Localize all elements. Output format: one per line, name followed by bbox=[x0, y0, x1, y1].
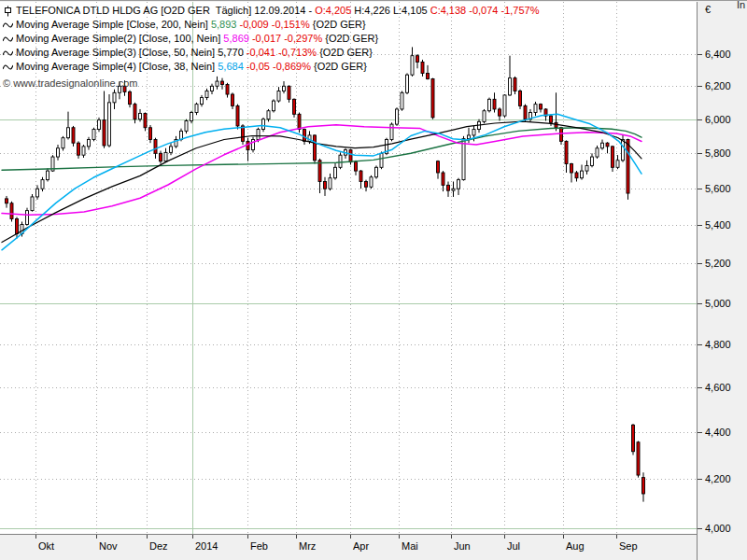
candle[interactable] bbox=[201, 95, 204, 106]
candle[interactable] bbox=[437, 161, 440, 179]
candle[interactable] bbox=[386, 138, 388, 155]
candle[interactable] bbox=[447, 182, 450, 197]
candle[interactable] bbox=[113, 90, 116, 109]
candle[interactable] bbox=[72, 126, 75, 147]
candle[interactable] bbox=[406, 73, 409, 94]
candle[interactable] bbox=[488, 98, 491, 113]
candle[interactable] bbox=[375, 165, 378, 178]
candle[interactable] bbox=[591, 153, 594, 167]
candle[interactable] bbox=[355, 161, 358, 175]
candle[interactable] bbox=[612, 146, 614, 172]
legend-row-ma100[interactable]: Moving Average Simple(2) [Close, 100, Ne… bbox=[3, 32, 540, 46]
candle[interactable] bbox=[26, 208, 29, 226]
candle[interactable] bbox=[359, 170, 362, 189]
candle[interactable] bbox=[585, 161, 588, 175]
candle[interactable] bbox=[560, 127, 563, 145]
candle[interactable] bbox=[632, 424, 635, 455]
candle[interactable] bbox=[380, 151, 383, 169]
candle[interactable] bbox=[67, 112, 70, 140]
candle[interactable] bbox=[10, 202, 13, 222]
candle[interactable] bbox=[534, 102, 537, 116]
candle[interactable] bbox=[82, 145, 85, 158]
candle[interactable] bbox=[62, 136, 64, 151]
candle[interactable] bbox=[365, 180, 368, 191]
candle[interactable] bbox=[519, 90, 522, 109]
candle[interactable] bbox=[324, 177, 327, 196]
candle[interactable] bbox=[57, 145, 60, 161]
candle[interactable] bbox=[458, 178, 460, 195]
candle[interactable] bbox=[478, 119, 481, 133]
candle[interactable] bbox=[47, 168, 49, 181]
candle[interactable] bbox=[616, 155, 619, 169]
candle[interactable] bbox=[236, 105, 239, 130]
candle[interactable] bbox=[503, 94, 506, 118]
candle[interactable] bbox=[277, 87, 280, 103]
candle[interactable] bbox=[606, 142, 609, 153]
candle[interactable] bbox=[642, 472, 645, 501]
candle[interactable] bbox=[262, 118, 265, 132]
candle[interactable] bbox=[314, 134, 317, 164]
legend-row-instrument[interactable]: TELEFONICA DTLD HLDG AG [O2D GER Täglich… bbox=[3, 4, 540, 18]
candle[interactable] bbox=[160, 151, 162, 164]
candle[interactable] bbox=[555, 92, 557, 131]
candle[interactable] bbox=[370, 175, 373, 189]
candle[interactable] bbox=[31, 194, 34, 212]
candle[interactable] bbox=[540, 104, 543, 113]
candle[interactable] bbox=[288, 85, 290, 102]
candle[interactable] bbox=[514, 77, 516, 94]
candle[interactable] bbox=[144, 113, 147, 132]
candle[interactable] bbox=[247, 138, 249, 161]
candle[interactable] bbox=[129, 91, 132, 108]
legend-row-ma38[interactable]: Moving Average Simple(4) [Close, 38, Nei… bbox=[3, 60, 540, 74]
candle[interactable] bbox=[442, 171, 444, 191]
candle[interactable] bbox=[452, 182, 455, 197]
candle[interactable] bbox=[334, 163, 337, 180]
candle[interactable] bbox=[98, 118, 101, 132]
candle[interactable] bbox=[283, 81, 286, 93]
candle[interactable] bbox=[318, 159, 321, 193]
candle[interactable] bbox=[401, 91, 403, 111]
candle[interactable] bbox=[108, 94, 111, 147]
candle[interactable] bbox=[293, 98, 296, 117]
candle[interactable] bbox=[339, 152, 342, 169]
candle[interactable] bbox=[205, 89, 208, 100]
candle[interactable] bbox=[16, 217, 19, 239]
candle[interactable] bbox=[211, 84, 214, 94]
candle[interactable] bbox=[232, 92, 234, 109]
candle[interactable] bbox=[596, 146, 599, 159]
candle[interactable] bbox=[78, 141, 80, 159]
candle[interactable] bbox=[565, 140, 568, 173]
candle[interactable] bbox=[483, 109, 486, 123]
price-chart-area[interactable]: TELEFONICA DTLD HLDG AG [O2D GER Täglich… bbox=[0, 2, 697, 534]
candle[interactable] bbox=[622, 135, 625, 162]
candle[interactable] bbox=[149, 125, 152, 143]
candle[interactable] bbox=[298, 113, 301, 133]
candle[interactable] bbox=[499, 107, 501, 120]
price-axis[interactable]: € In 6,4006,2006,0005,8005,6005,4005,200… bbox=[697, 2, 747, 560]
candle[interactable] bbox=[571, 163, 573, 183]
candle[interactable] bbox=[493, 92, 496, 112]
candle[interactable] bbox=[185, 119, 188, 133]
candle[interactable] bbox=[36, 185, 39, 199]
candle[interactable] bbox=[221, 78, 224, 90]
candle[interactable] bbox=[329, 174, 331, 190]
candle[interactable] bbox=[164, 148, 167, 162]
candle[interactable] bbox=[6, 196, 8, 208]
candle[interactable] bbox=[627, 139, 629, 200]
candle[interactable] bbox=[581, 164, 584, 179]
candle[interactable] bbox=[226, 83, 229, 98]
candle[interactable] bbox=[273, 99, 275, 112]
legend-row-ma200[interactable]: Moving Average Simple [Close, 200, Nein]… bbox=[3, 18, 540, 32]
candle[interactable] bbox=[195, 103, 198, 115]
candle[interactable] bbox=[252, 137, 255, 153]
candle[interactable] bbox=[637, 441, 640, 478]
candle[interactable] bbox=[216, 77, 218, 90]
candle[interactable] bbox=[396, 107, 399, 126]
time-axis[interactable]: OktNovDez2014FebMrzAprMaiJunJulAugSep bbox=[0, 534, 697, 560]
candle[interactable] bbox=[390, 122, 393, 141]
candle[interactable] bbox=[575, 171, 578, 181]
candle[interactable] bbox=[349, 149, 352, 165]
legend-row-ma50[interactable]: Moving Average Simple(3) [Close, 50, Nei… bbox=[3, 46, 540, 60]
candle[interactable] bbox=[175, 136, 177, 148]
candle[interactable] bbox=[92, 128, 95, 142]
